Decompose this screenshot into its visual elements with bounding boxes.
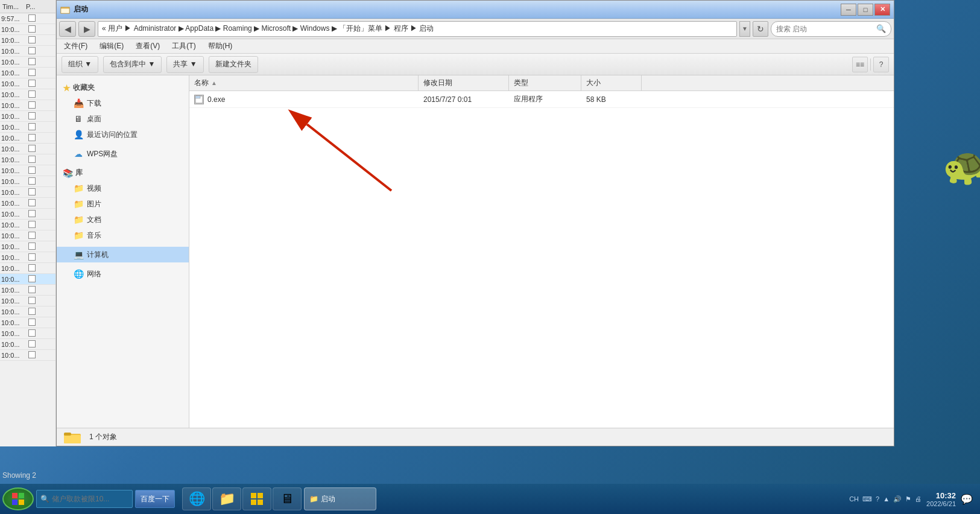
flag-icon[interactable]: ⚑ [905, 495, 911, 503]
taskbar-app-4[interactable]: 🖥 [273, 487, 302, 510]
menu-file[interactable]: 文件(F) [62, 40, 90, 52]
svg-rect-14 [258, 493, 263, 498]
list-item[interactable]: 10:0... [0, 350, 55, 361]
list-item[interactable]: 10:0... [0, 285, 55, 296]
taskbar-app-3[interactable] [242, 487, 271, 510]
sidebar-item-recent[interactable]: 👤 最近访问的位置 [57, 127, 189, 142]
menu-help[interactable]: 帮助(H) [206, 40, 235, 52]
list-item[interactable]: 10:0... [0, 176, 55, 187]
sidebar-item-computer[interactable]: 💻 计算机 [57, 247, 189, 262]
svg-line-5 [307, 124, 391, 191]
list-item[interactable]: 10:0... [0, 252, 55, 263]
list-item[interactable]: 10:0... [0, 339, 55, 350]
forward-button[interactable]: ▶ [78, 21, 95, 37]
language-indicator[interactable]: CH [849, 495, 859, 503]
file-size-cell: 58 KB [581, 95, 642, 104]
volume-icon[interactable]: 🔊 [893, 495, 902, 503]
new-folder-button[interactable]: 新建文件夹 [209, 56, 258, 73]
column-header-type[interactable]: 类型 [509, 75, 581, 90]
view-button[interactable]: ≡≡ [852, 57, 868, 72]
taskbar-search-input[interactable] [52, 495, 118, 503]
sidebar-item-picture[interactable]: 📁 图片 [57, 196, 189, 212]
notification-icon[interactable]: 💬 [961, 493, 973, 505]
list-item[interactable]: 10:0... [0, 144, 55, 154]
minimize-button[interactable]: ─ [841, 4, 856, 16]
list-item[interactable]: 10:0... [0, 328, 55, 339]
print-icon[interactable]: 🖨 [915, 495, 922, 503]
list-item[interactable]: 10:0... [0, 198, 55, 209]
explorer-window: 启动 ─ □ ✕ ◀ ▶ « 用户 ▶ Administrator ▶ AppD… [56, 0, 894, 446]
taskbar-explorer-app[interactable]: 📁 [212, 487, 241, 510]
favorites-title: ★ 收藏夹 [57, 80, 189, 95]
list-item[interactable]: 10:0... [0, 274, 55, 285]
keyboard-icon[interactable]: ⌨ [862, 495, 872, 503]
sidebar-item-desktop[interactable]: 🖥 桌面 [57, 111, 189, 127]
baidu-search-button[interactable]: 百度一下 [135, 490, 175, 508]
list-item[interactable]: 10:0... [0, 187, 55, 198]
table-row[interactable]: 0.exe 2015/7/27 0:01 应用程序 58 KB [189, 91, 894, 108]
menu-edit[interactable]: 编辑(E) [97, 40, 126, 52]
file-list-header: 名称 ▲ 修改日期 类型 大小 [189, 75, 894, 91]
taskbar-active-window[interactable]: 📁 启动 [304, 487, 376, 510]
list-item[interactable]: 10:0... [0, 296, 55, 306]
sidebar-item-music[interactable]: 📁 音乐 [57, 227, 189, 243]
organize-button[interactable]: 组织 ▼ [62, 56, 98, 73]
file-name-cell: 0.exe [189, 95, 419, 104]
help-tray-icon[interactable]: ? [876, 495, 879, 503]
list-item[interactable]: 10:0... [0, 78, 55, 89]
sidebar-item-wps[interactable]: ☁ WPS网盘 [57, 146, 189, 162]
cloud-icon: ☁ [74, 149, 83, 159]
back-button[interactable]: ◀ [59, 21, 76, 37]
list-item[interactable]: 10:0... [0, 111, 55, 122]
list-item[interactable]: 10:0... [0, 68, 55, 78]
title-bar-controls: ─ □ ✕ [841, 4, 890, 16]
address-dropdown[interactable]: ▼ [739, 21, 750, 37]
column-header-size[interactable]: 大小 [581, 75, 642, 90]
svg-rect-15 [251, 500, 256, 505]
list-item[interactable]: 10:0... [0, 122, 55, 133]
column-header-name[interactable]: 名称 ▲ [189, 75, 419, 90]
sidebar-item-network[interactable]: 🌐 网络 [57, 266, 189, 282]
list-item[interactable]: 10:0... [0, 209, 55, 220]
list-item[interactable]: 10:0... [0, 89, 55, 100]
breadcrumb[interactable]: « 用户 ▶ Administrator ▶ AppData ▶ Roaming… [98, 21, 737, 37]
help-button[interactable]: ? [873, 57, 889, 72]
list-item[interactable]: 9:57... [0, 13, 55, 24]
sidebar-item-download[interactable]: 📥 下载 [57, 95, 189, 111]
list-item[interactable]: 10:0... [0, 100, 55, 111]
sidebar-item-video[interactable]: 📁 视频 [57, 180, 189, 196]
list-item[interactable]: 10:0... [0, 241, 55, 252]
system-clock[interactable]: 10:32 2022/6/21 [926, 491, 956, 507]
list-item[interactable]: 10:0... [0, 306, 55, 317]
list-item[interactable]: 10:0... [0, 263, 55, 274]
list-item[interactable]: 10:0... [0, 35, 55, 46]
active-app-label: 启动 [321, 494, 335, 504]
list-item[interactable]: 10:0... [0, 154, 55, 165]
refresh-button[interactable]: ↻ [753, 21, 768, 37]
start-button[interactable] [2, 487, 34, 510]
process-rows: 9:57... 10:0... 10:0... 10:0... 10:0... … [0, 13, 55, 361]
process-list-header: Tim... P... [0, 0, 55, 13]
breadcrumb-text: « 用户 ▶ Administrator ▶ AppData ▶ Roaming… [102, 24, 434, 34]
list-item[interactable]: 10:0... [0, 46, 55, 57]
menu-view[interactable]: 查看(V) [133, 40, 162, 52]
list-item[interactable]: 10:0... [0, 57, 55, 68]
close-button[interactable]: ✕ [874, 4, 890, 16]
list-item[interactable]: 10:0... [0, 24, 55, 35]
include-library-button[interactable]: 包含到库中 ▼ [103, 56, 162, 73]
list-item[interactable]: 10:0... [0, 317, 55, 328]
menu-tools[interactable]: 工具(T) [169, 40, 198, 52]
list-item[interactable]: 10:0... [0, 165, 55, 176]
tray-arrow-icon[interactable]: ▲ [883, 495, 890, 503]
list-item[interactable]: 10:0... [0, 230, 55, 241]
status-folder-icon [63, 429, 82, 446]
share-button[interactable]: 共享 ▼ [166, 56, 203, 73]
sidebar-item-document[interactable]: 📁 文档 [57, 212, 189, 227]
search-input[interactable] [776, 25, 874, 33]
svg-rect-16 [258, 500, 263, 505]
maximize-button[interactable]: □ [858, 4, 873, 16]
taskbar-ie-app[interactable]: 🌐 [182, 487, 211, 510]
list-item[interactable]: 10:0... [0, 220, 55, 230]
column-header-date[interactable]: 修改日期 [419, 75, 509, 90]
list-item[interactable]: 10:0... [0, 133, 55, 144]
